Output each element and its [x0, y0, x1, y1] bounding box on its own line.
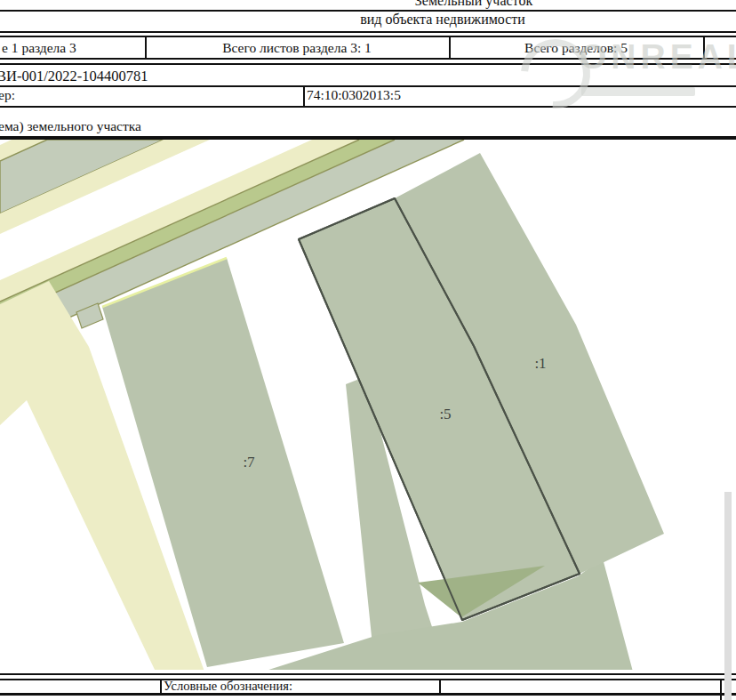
header-row-divider — [449, 36, 451, 60]
divider-line — [0, 31, 736, 33]
gray-scroll-strip[interactable] — [724, 492, 732, 700]
watermark-tagline — [581, 87, 695, 96]
doc-subtitle: вид объекта недвижимости — [360, 12, 525, 28]
parcel-map: :7 :5 :1 — [0, 140, 736, 670]
header-total-sections-cell: Всего разделов: 5 — [524, 36, 628, 60]
header-row-divider — [145, 36, 147, 60]
header-total-sheets-cell: Всего листов раздела 3: 1 — [222, 36, 372, 60]
parcel-7-label: :7 — [243, 454, 255, 471]
legend-row-divider — [439, 679, 441, 695]
parcel-1-label: :1 — [534, 355, 546, 372]
legend-row-bottom-border — [0, 693, 736, 696]
legend-label: Условные обозначения: — [164, 679, 292, 693]
header-row-divider — [703, 36, 705, 60]
plan-caption-partial: ема) земельного участка — [0, 115, 141, 138]
parcel-5-label: :5 — [439, 406, 451, 422]
legend-row-top-border — [0, 679, 736, 680]
legend-row-divider — [720, 679, 722, 700]
cadastral-extract-page: Земельный участок вид объекта недвижимос… — [0, 0, 736, 700]
cadastral-label-partial: ер: — [0, 84, 15, 107]
cadastral-number-value: 74:10:0302013:5 — [307, 84, 401, 107]
doc-title-partial: Земельный участок — [415, 0, 532, 9]
cadastral-row-divider — [303, 85, 305, 107]
divider-line — [0, 673, 736, 675]
header-sheet-cell: е 1 раздела 3 — [2, 36, 76, 60]
legend-row-divider — [160, 679, 162, 695]
parcel-map-svg: :7 :5 :1 — [0, 140, 736, 670]
